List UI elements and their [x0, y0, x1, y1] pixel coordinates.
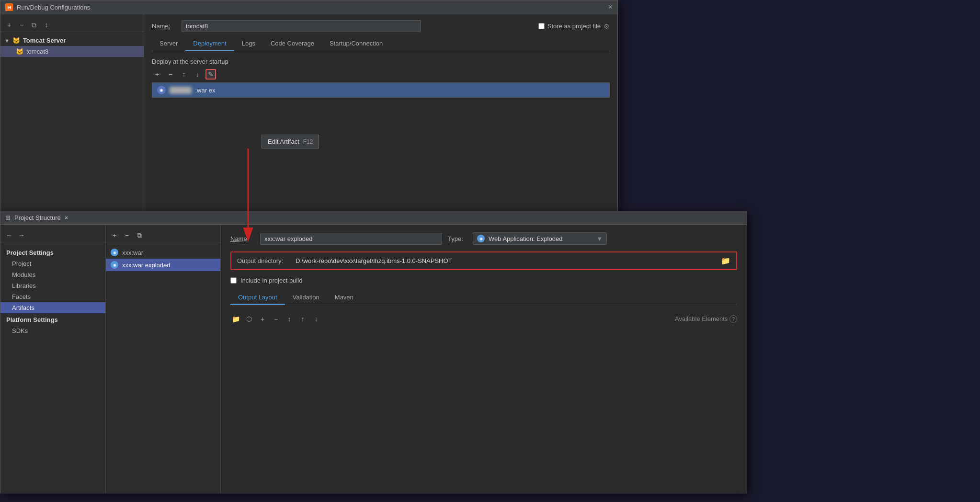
- include-build-label: Include in project build: [240, 277, 302, 284]
- dialog-body: + − ⧉ ↕ ▼ 🐱 Tomcat Server 🐱 tomcat8: [0, 14, 617, 216]
- help-icon[interactable]: ?: [729, 315, 737, 323]
- project-settings-nav: ← → Project Settings Project Modules Lib…: [0, 225, 106, 493]
- war-artifact-icon: ◉: [111, 249, 118, 256]
- intellij-icon: ⊟: [5, 3, 13, 11]
- deploy-list: ◉ xxxxxxx :war ex: [152, 82, 610, 98]
- tomcat-icon: 🐱: [16, 48, 23, 55]
- nav-libraries[interactable]: Libraries: [0, 280, 105, 291]
- type-select[interactable]: ◉ Web Application: Exploded ▼: [473, 232, 607, 245]
- nav-artifacts[interactable]: Artifacts: [0, 302, 105, 313]
- store-label: Store as project file: [547, 23, 601, 30]
- tab-deployment[interactable]: Deployment: [185, 37, 234, 51]
- xxx-war-item[interactable]: ◉ xxx:war: [106, 246, 220, 259]
- deploy-up-button[interactable]: ↑: [179, 69, 189, 80]
- name-input[interactable]: [182, 20, 421, 32]
- nav-project[interactable]: Project: [0, 258, 105, 269]
- output-remove-button[interactable]: −: [271, 314, 281, 324]
- server-group: ▼ 🐱 Tomcat Server 🐱 tomcat8: [0, 34, 144, 58]
- type-select-value: Web Application: Exploded: [489, 235, 562, 242]
- tooltip-text: Edit Artifact: [268, 138, 299, 145]
- sidebar-add-button[interactable]: +: [4, 20, 14, 30]
- name-label: Name:: [152, 23, 176, 30]
- nav-modules[interactable]: Modules: [0, 269, 105, 280]
- group-label: Tomcat Server: [23, 37, 66, 44]
- artifact-name-row: Name: Type: ◉ Web Application: Exploded …: [230, 232, 737, 245]
- tomcat8-label: tomcat8: [26, 48, 48, 55]
- xxx-war-exploded-item[interactable]: ◉ xxx:war exploded: [106, 259, 220, 271]
- output-up-button[interactable]: ↑: [297, 314, 308, 324]
- project-structure-titlebar: ⊟ Project Structure ×: [0, 211, 747, 225]
- project-structure-dialog: ⊟ Project Structure × ← → Project Settin…: [0, 211, 747, 493]
- name-row: Name: Store as project file ⚙: [152, 20, 610, 32]
- sidebar-remove-button[interactable]: −: [17, 20, 26, 30]
- tab-server[interactable]: Server: [152, 37, 185, 51]
- deploy-item-label: :war ex: [195, 87, 216, 94]
- sidebar-toolbar: + − ⧉ ↕: [0, 18, 144, 32]
- intellij-icon-bottom: ⊟: [5, 214, 11, 221]
- xxx-war-label: xxx:war: [122, 249, 143, 256]
- config-content: Name: Store as project file ⚙ Server Dep…: [144, 14, 617, 216]
- run-debug-dialog: ⊟ Run/Debug Configurations × + − ⧉ ↕ ▼ 🐱…: [0, 0, 618, 216]
- tab-output-layout[interactable]: Output Layout: [230, 291, 285, 305]
- platform-settings-title: Platform Settings: [0, 313, 105, 325]
- group-icon: 🐱: [12, 37, 20, 44]
- project-settings-title: Project Settings: [0, 246, 105, 258]
- artifact-name-input[interactable]: [260, 233, 442, 245]
- deploy-down-button[interactable]: ↓: [192, 69, 203, 80]
- tab-code-coverage[interactable]: Code Coverage: [263, 37, 322, 51]
- config-tabs: Server Deployment Logs Code Coverage Sta…: [152, 37, 610, 51]
- war-exploded-artifact-icon: ◉: [111, 261, 118, 269]
- artifact-detail-panel: Name: Type: ◉ Web Application: Exploded …: [221, 225, 747, 493]
- output-down-button[interactable]: ↓: [311, 314, 321, 324]
- edit-artifact-tooltip: Edit Artifact F12: [262, 135, 319, 148]
- tomcat-server-group[interactable]: ▼ 🐱 Tomcat Server: [0, 35, 144, 46]
- close-button[interactable]: ×: [608, 3, 613, 11]
- edit-artifact-button[interactable]: ✎: [205, 69, 216, 80]
- nav-forward-button[interactable]: →: [17, 230, 26, 240]
- blurred-name: xxxxxxx: [170, 87, 192, 94]
- project-structure-close[interactable]: ×: [65, 214, 68, 221]
- config-sidebar: + − ⧉ ↕ ▼ 🐱 Tomcat Server 🐱 tomcat8: [0, 14, 144, 216]
- add-jar-button[interactable]: ⬡: [244, 314, 254, 324]
- deploy-add-button[interactable]: +: [152, 69, 162, 80]
- nav-sdks[interactable]: SDKs: [0, 325, 105, 336]
- deploy-label: Deploy at the server startup: [152, 58, 610, 65]
- tab-maven[interactable]: Maven: [327, 291, 361, 305]
- middle-toolbar: + − ⧉: [106, 228, 220, 242]
- output-dir-value: D:\work-repo\dev\xxx\target\lhzq.ibms-1.…: [296, 257, 715, 264]
- artifact-tabs: Output Layout Validation Maven: [230, 291, 737, 305]
- tomcat8-item[interactable]: 🐱 tomcat8: [0, 46, 144, 57]
- type-select-icon: ◉: [477, 235, 485, 242]
- red-arrow-indicator: [243, 148, 272, 244]
- include-build-checkbox[interactable]: [230, 277, 237, 284]
- sidebar-copy-button[interactable]: ⧉: [29, 20, 39, 30]
- folder-button[interactable]: 📁: [721, 256, 730, 265]
- dialog-title: Run/Debug Configurations: [17, 4, 604, 11]
- nav-facets[interactable]: Facets: [0, 291, 105, 302]
- create-directory-button[interactable]: 📁: [230, 314, 241, 324]
- tab-startup-connection[interactable]: Startup/Connection: [322, 37, 390, 51]
- output-dir-label: Output directory:: [237, 257, 290, 264]
- project-structure-title: Project Structure: [14, 214, 61, 221]
- chevron-down-icon: ▼: [596, 235, 603, 242]
- middle-add-button[interactable]: +: [110, 230, 119, 240]
- tab-validation[interactable]: Validation: [285, 291, 327, 305]
- nav-toolbar: ← →: [0, 228, 105, 242]
- store-project-file-checkbox[interactable]: [538, 23, 545, 29]
- deploy-remove-button[interactable]: −: [165, 69, 176, 80]
- xxx-war-exploded-label: xxx:war exploded: [122, 262, 170, 269]
- output-sort-button[interactable]: ↕: [284, 314, 295, 324]
- artifacts-list-panel: + − ⧉ ◉ xxx:war ◉ xxx:war exploded: [106, 225, 221, 493]
- output-layout-toolbar: 📁 ⬡ + − ↕ ↑ ↓ Available Elements ?: [230, 314, 737, 324]
- middle-copy-button[interactable]: ⧉: [135, 230, 144, 240]
- available-elements-label: Available Elements ?: [675, 315, 737, 323]
- deploy-item[interactable]: ◉ xxxxxxx :war ex: [152, 83, 609, 97]
- nav-back-button[interactable]: ←: [4, 230, 14, 240]
- settings-icon[interactable]: ⚙: [604, 23, 610, 30]
- output-add-button[interactable]: +: [257, 314, 268, 324]
- middle-remove-button[interactable]: −: [122, 230, 132, 240]
- tooltip-shortcut: F12: [303, 138, 313, 145]
- sidebar-sort-button[interactable]: ↕: [42, 20, 51, 30]
- tab-logs[interactable]: Logs: [234, 37, 263, 51]
- dialog-titlebar: ⊟ Run/Debug Configurations ×: [0, 0, 617, 14]
